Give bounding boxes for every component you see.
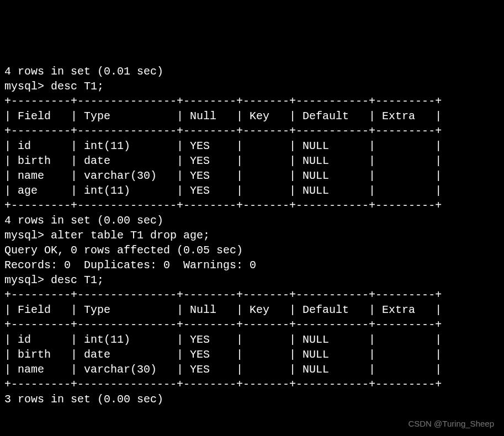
watermark: CSDN @Turing_Sheep: [408, 418, 494, 429]
result-summary: 3 rows in set (0.00 sec): [4, 392, 500, 407]
mysql-prompt-line: mysql> desc T1;: [4, 79, 500, 94]
query-response: Records: 0 Duplicates: 0 Warnings: 0: [4, 258, 500, 273]
table-header: | Field | Type | Null | Key | Default | …: [4, 109, 500, 124]
table-border: +---------+---------------+--------+----…: [4, 124, 500, 139]
table-border: +---------+---------------+--------+----…: [4, 377, 500, 392]
mysql-prompt-line: mysql> alter table T1 drop age;: [4, 228, 500, 243]
table-border: +---------+---------------+--------+----…: [4, 288, 500, 302]
table-border: +---------+---------------+--------+----…: [4, 198, 500, 213]
table-row: | birth | date | YES | | NULL | |: [4, 347, 500, 362]
table-row: | name | varchar(30) | YES | | NULL | |: [4, 362, 500, 377]
table-row: | birth | date | YES | | NULL | |: [4, 153, 500, 168]
result-summary: 4 rows in set (0.00 sec): [4, 213, 500, 228]
table-row: | name | varchar(30) | YES | | NULL | |: [4, 168, 500, 183]
mysql-prompt-line: mysql> desc T1;: [4, 273, 500, 288]
table-border: +---------+---------------+--------+----…: [4, 317, 500, 332]
table-header: | Field | Type | Null | Key | Default | …: [4, 302, 500, 317]
table-row: | id | int(11) | YES | | NULL | |: [4, 332, 500, 347]
query-response: Query OK, 0 rows affected (0.05 sec): [4, 243, 500, 258]
table-row: | age | int(11) | YES | | NULL | |: [4, 183, 500, 198]
table-border: +---------+---------------+--------+----…: [4, 94, 500, 109]
terminal-output: 4 rows in set (0.01 sec)mysql> desc T1;+…: [4, 64, 500, 407]
table-row: | id | int(11) | YES | | NULL | |: [4, 139, 500, 153]
result-summary: 4 rows in set (0.01 sec): [4, 64, 500, 79]
